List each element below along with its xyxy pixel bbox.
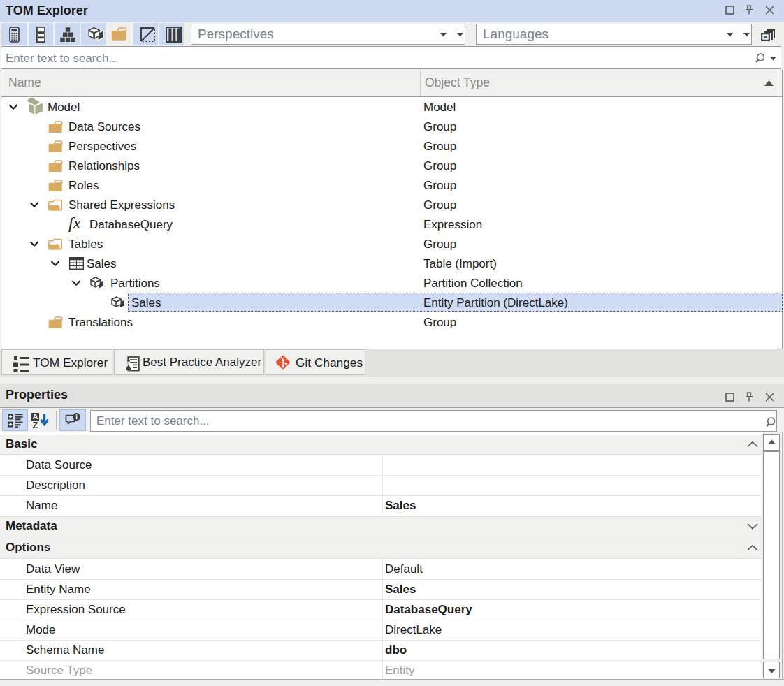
svg-text:Z: Z	[33, 420, 38, 429]
